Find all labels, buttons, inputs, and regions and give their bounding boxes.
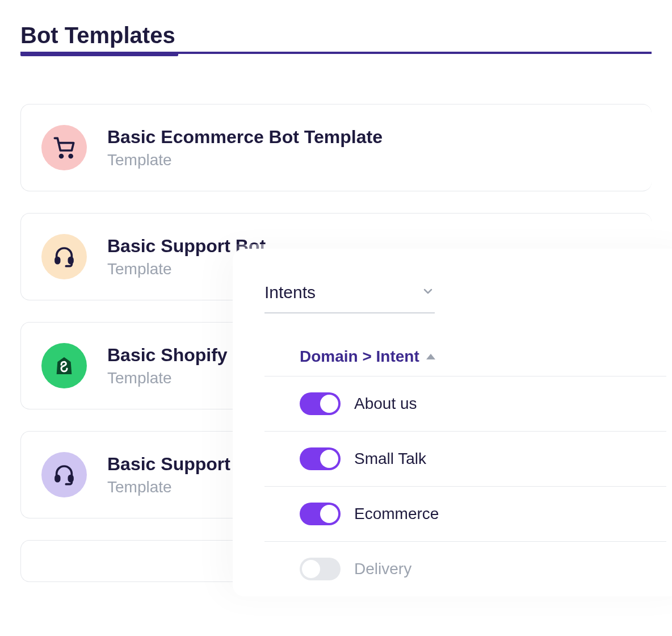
chevron-down-icon <box>421 284 435 300</box>
column-header-label: Domain > Intent <box>300 348 419 366</box>
template-subtitle: Template <box>107 151 383 169</box>
intent-label: About us <box>354 395 417 413</box>
intent-row-ecommerce: Ecommerce <box>264 486 666 541</box>
svg-rect-2 <box>56 258 60 263</box>
intent-row-about-us: About us <box>264 376 666 431</box>
svg-point-1 <box>69 155 72 158</box>
headset-icon <box>41 452 87 497</box>
toggle-about-us[interactable] <box>300 392 341 415</box>
shopify-icon <box>41 343 87 388</box>
intent-row-delivery: Delivery <box>264 541 666 596</box>
svg-rect-4 <box>56 476 60 482</box>
intents-dropdown[interactable]: Intents <box>264 283 435 313</box>
intents-dropdown-label: Intents <box>264 283 316 302</box>
sort-ascending-icon <box>426 354 435 359</box>
headset-icon <box>41 234 87 279</box>
cart-icon <box>41 125 87 170</box>
page-title: Bot Templates <box>20 23 175 53</box>
column-header-domain-intent[interactable]: Domain > Intent <box>264 348 666 376</box>
toggle-delivery[interactable] <box>300 558 341 580</box>
template-title: Basic Ecommerce Bot Template <box>107 127 383 148</box>
toggle-ecommerce[interactable] <box>300 503 341 525</box>
intents-panel: Intents Domain > Intent About us Small T… <box>233 249 672 596</box>
toggle-small-talk[interactable] <box>300 447 341 470</box>
template-card-ecommerce[interactable]: Basic Ecommerce Bot Template Template <box>20 104 652 191</box>
intent-label: Small Talk <box>354 450 426 468</box>
intent-row-small-talk: Small Talk <box>264 431 666 486</box>
title-underline-accent <box>20 52 178 56</box>
intent-label: Ecommerce <box>354 505 439 523</box>
intent-label: Delivery <box>354 560 411 578</box>
svg-point-0 <box>60 155 63 158</box>
